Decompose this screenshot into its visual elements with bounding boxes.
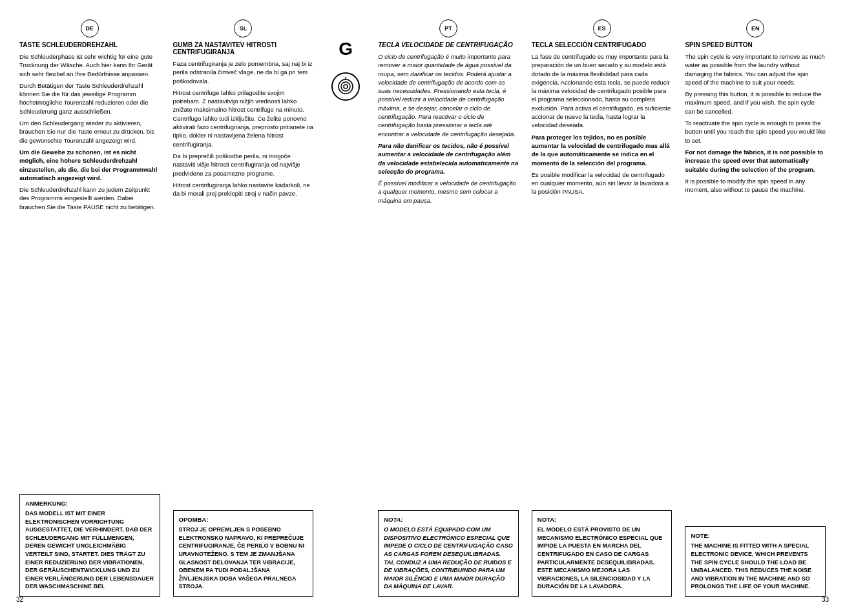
es-note-title: NOTA:: [537, 516, 667, 523]
es-body-text: La fase de centrifugado es muy important…: [532, 52, 673, 196]
sl-body-text: Faza centrifugiranja je zelo pomembna, s…: [173, 59, 314, 198]
sl-column: SL GUMB ZA NASTAVITEV HITROSTI CENTRIFUG…: [167, 19, 320, 597]
pt-lang-header: PT: [378, 19, 519, 37]
es-section-title: TECLA SELECCIÓN CENTRIFUGADO: [532, 41, 673, 48]
de-column: DE TASTE SCHLEUDERDREHZAHL Die Schleuder…: [13, 19, 167, 597]
de-note-box: ANMERKUNG: DAS MODELL IST MIT EINER ELEK…: [19, 494, 160, 597]
es-note-box: NOTA: EL MODELO ESTÁ PROVISTO DE UN MECA…: [532, 510, 673, 597]
center-icons: G: [320, 19, 371, 597]
svg-point-2: [344, 85, 348, 88]
sl-section-title: GUMB ZA NASTAVITEV HITROSTI CENTRIFUGIRA…: [173, 41, 314, 56]
sl-note-box: OPOMBA: STROJ JE OPREMLJEN S POSEBNO ELE…: [173, 510, 314, 597]
pt-note-text: O MODELO ESTÁ EQUIPADO COM UM DISPOSITIV…: [384, 526, 513, 591]
de-note-text: DAS MODELL IST MIT EINER ELEKTRONISCHEN …: [25, 509, 154, 591]
pt-note-box: NOTA: O MODELO ESTÁ EQUIPADO COM UM DISP…: [378, 510, 519, 597]
g-icon: G: [339, 39, 353, 59]
pt-column: PT TECLA VELOCIDADE DE CENTRIFUGAÇÃO O c…: [371, 19, 525, 597]
page-number-left: 32: [16, 596, 23, 603]
de-body-text: Die Schleuderphase ist sehr wichtig für …: [19, 52, 160, 211]
pt-section-title: TECLA VELOCIDADE DE CENTRIFUGAÇÃO: [378, 41, 519, 48]
page-number-right: 33: [822, 596, 829, 603]
de-note-title: ANMERKUNG:: [25, 500, 154, 507]
es-note-text: EL MODELO ESTÁ PROVISTO DE UN MECANISMO …: [537, 526, 667, 591]
de-lang-header: DE: [19, 19, 160, 37]
en-body-text: The spin cycle is very important to remo…: [685, 52, 826, 194]
en-note-box: NOTE: THE MACHINE IS FITTED WITH A SPECI…: [685, 526, 826, 597]
en-note-title: NOTE:: [691, 532, 820, 539]
en-lang-header: EN: [685, 19, 826, 37]
svg-point-1: [341, 82, 350, 91]
es-lang-circle: ES: [593, 19, 611, 37]
pt-lang-circle: PT: [439, 19, 457, 37]
en-lang-circle: EN: [746, 19, 764, 37]
sl-lang-circle: SL: [234, 19, 252, 37]
sl-lang-header: SL: [173, 19, 314, 37]
de-lang-circle: DE: [81, 19, 99, 37]
de-section-title: TASTE SCHLEUDERDREHZAHL: [19, 41, 160, 48]
pt-body-text: O ciclo de centrifugação é muito importa…: [378, 52, 519, 205]
en-note-text: THE MACHINE IS FITTED WITH A SPECIAL ELE…: [691, 542, 820, 591]
sl-note-title: OPOMBA:: [179, 516, 308, 523]
es-lang-header: ES: [532, 19, 673, 37]
spin-icon: [331, 72, 360, 101]
en-section-title: SPIN SPEED BUTTON: [685, 41, 826, 48]
es-column: ES TECLA SELECCIÓN CENTRIFUGADO La fase …: [525, 19, 679, 597]
sl-note-text: STROJ JE OPREMLJEN S POSEBNO ELEKTRONSKO…: [179, 526, 308, 591]
pt-note-title: NOTA:: [384, 516, 513, 523]
en-column: EN SPIN SPEED BUTTON The spin cycle is v…: [678, 19, 832, 597]
